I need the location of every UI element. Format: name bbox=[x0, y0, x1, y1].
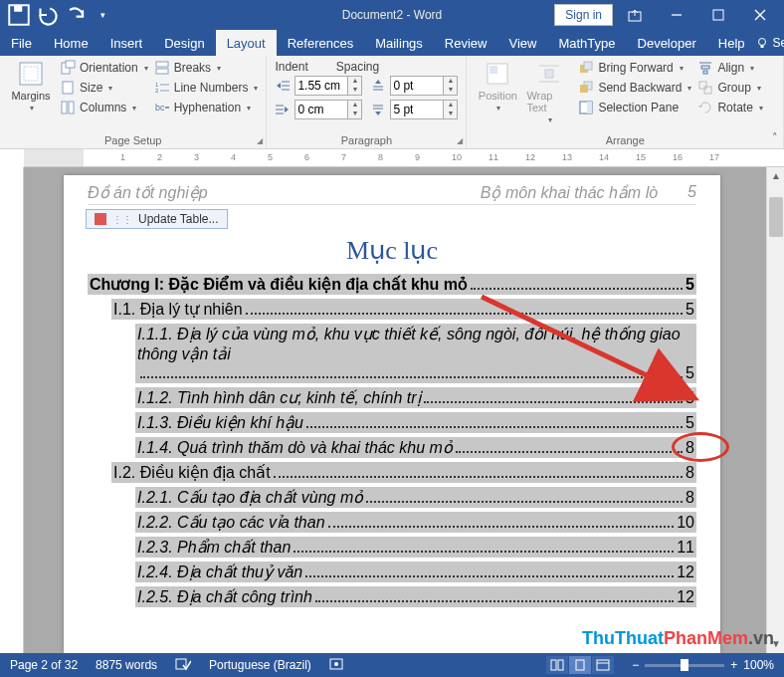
toc-entry-page: 8 bbox=[686, 439, 694, 457]
status-spellcheck-icon[interactable] bbox=[175, 657, 191, 674]
toc-leader bbox=[471, 288, 683, 290]
zoom-slider[interactable] bbox=[645, 664, 724, 667]
tab-layout[interactable]: Layout bbox=[216, 30, 277, 56]
status-bar: Page 2 of 32 8875 words Portuguese (Braz… bbox=[0, 653, 784, 677]
signin-button[interactable]: Sign in bbox=[554, 4, 613, 26]
zoom-in-button[interactable]: + bbox=[730, 658, 737, 672]
tab-help[interactable]: Help bbox=[707, 30, 756, 56]
tab-view[interactable]: View bbox=[497, 30, 547, 56]
svg-rect-47 bbox=[701, 66, 709, 69]
line-numbers-button[interactable]: 12 Line Numbers▾ bbox=[154, 80, 259, 96]
toc-entry[interactable]: I.2.1. Cấu tạo địa chất vùng mỏ8 bbox=[135, 487, 696, 508]
breaks-button[interactable]: Breaks▾ bbox=[154, 60, 259, 76]
rotate-icon bbox=[697, 100, 713, 115]
scroll-up-button[interactable]: ▲ bbox=[767, 167, 784, 185]
tab-mailings[interactable]: Mailings bbox=[364, 30, 434, 56]
size-button[interactable]: Size▾ bbox=[60, 80, 148, 96]
position-button: Position▾ bbox=[475, 60, 520, 113]
toc-entry-page: 8 bbox=[686, 489, 694, 507]
tab-developer[interactable]: Developer bbox=[627, 30, 707, 56]
zoom-control[interactable]: − + 100% bbox=[632, 658, 774, 672]
vertical-scrollbar[interactable]: ▲ ▼ bbox=[766, 167, 784, 653]
undo-icon bbox=[34, 2, 60, 28]
selection-pane-button[interactable]: Selection Pane bbox=[578, 100, 691, 115]
spacing-before-input[interactable]: ▲▼ bbox=[390, 76, 458, 96]
page-setup-launcher[interactable]: ◢ bbox=[257, 136, 263, 145]
margins-button[interactable]: Margins▾ bbox=[8, 60, 54, 113]
ruler-vertical[interactable] bbox=[0, 167, 24, 653]
minimize-button[interactable] bbox=[657, 1, 696, 29]
toc-entry[interactable]: I.1.1. Địa lý của vùng mỏ, khu vực thiết… bbox=[135, 324, 696, 383]
orientation-button[interactable]: Orientation▾ bbox=[60, 60, 148, 76]
toc-entry[interactable]: I.1.2. Tình hình dân cư, kinh tế, chính … bbox=[135, 387, 696, 408]
selection-pane-icon bbox=[578, 100, 594, 115]
tab-review[interactable]: Review bbox=[434, 30, 498, 56]
status-macro-icon[interactable] bbox=[329, 657, 343, 674]
toc-entry-text: I.2.2. Cấu tạo các vỉa than bbox=[137, 513, 325, 532]
toc-entry[interactable]: I.2. Điều kiện địa chất8 bbox=[111, 462, 696, 483]
columns-icon bbox=[60, 100, 76, 115]
toc-entry-page: 5 bbox=[686, 276, 694, 294]
status-page[interactable]: Page 2 of 32 bbox=[10, 658, 78, 672]
line-numbers-icon: 12 bbox=[154, 80, 170, 96]
zoom-level[interactable]: 100% bbox=[743, 658, 774, 672]
zoom-out-button[interactable]: − bbox=[632, 658, 639, 672]
print-layout-button[interactable] bbox=[569, 656, 591, 674]
status-language[interactable]: Portuguese (Brazil) bbox=[209, 658, 311, 672]
hyphenation-button[interactable]: bc Hyphenation▾ bbox=[154, 100, 259, 115]
toc-entry[interactable]: I.1. Địa lý tự nhiên5 bbox=[111, 299, 696, 320]
table-of-contents[interactable]: Chương I: Đặc Điểm và điều kiện địa chất… bbox=[88, 274, 696, 607]
svg-rect-16 bbox=[69, 102, 74, 113]
undo-button[interactable] bbox=[34, 2, 60, 28]
ribbon-display-options[interactable] bbox=[615, 1, 655, 29]
indent-left-input[interactable]: ▲▼ bbox=[294, 76, 362, 96]
read-mode-button[interactable] bbox=[546, 656, 568, 674]
toc-entry[interactable]: I.2.2. Cấu tạo các vỉa than10 bbox=[135, 512, 696, 533]
svg-rect-13 bbox=[66, 61, 75, 68]
indent-left-icon bbox=[275, 78, 291, 94]
svg-rect-14 bbox=[63, 82, 73, 94]
toc-entry[interactable]: I.1.3. Điều kiện khí hậu5 bbox=[135, 412, 696, 433]
page: Đồ án tốt nghiệp Bộ môn khai thác hầm lò… bbox=[64, 175, 720, 653]
ribbon-tabs: File Home Insert Design Layout Reference… bbox=[0, 30, 784, 56]
tab-design[interactable]: Design bbox=[153, 30, 215, 56]
tell-me-search[interactable]: Search bbox=[756, 36, 784, 50]
toc-entry[interactable]: I.2.4. Địa chất thuỷ văn12 bbox=[135, 562, 696, 582]
qat-customize[interactable]: ▾ bbox=[90, 2, 115, 28]
scroll-thumb[interactable] bbox=[769, 197, 783, 237]
update-table-button[interactable]: ⋮⋮ Update Table... bbox=[86, 209, 228, 229]
status-words[interactable]: 8875 words bbox=[96, 658, 157, 672]
toc-leader bbox=[306, 426, 683, 428]
ruler-horizontal[interactable]: 1234567891011121314151617 bbox=[24, 149, 784, 167]
wrap-text-icon bbox=[535, 60, 563, 88]
spacing-after-input[interactable]: ▲▼ bbox=[390, 100, 458, 119]
size-icon bbox=[60, 80, 76, 96]
toc-entry[interactable]: I.1.4. Quá trình thăm dò và khai thác kh… bbox=[135, 437, 696, 458]
page-viewport[interactable]: Đồ án tốt nghiệp Bộ môn khai thác hầm lò… bbox=[24, 167, 766, 653]
group-page-setup: Margins▾ Orientation▾ Size▾ Columns▾ bbox=[0, 56, 267, 148]
columns-button[interactable]: Columns▾ bbox=[60, 100, 148, 115]
toc-entry[interactable]: Chương I: Đặc Điểm và điều kiện địa chất… bbox=[88, 274, 696, 295]
save-button[interactable] bbox=[6, 2, 32, 28]
collapse-ribbon-button[interactable]: ˄ bbox=[772, 131, 778, 144]
indent-right-input[interactable]: ▲▼ bbox=[294, 100, 362, 119]
group-label-arrange: Arrange bbox=[475, 132, 775, 146]
toc-entry[interactable]: I.2.5. Địa chất công trình12 bbox=[135, 586, 696, 607]
tab-references[interactable]: References bbox=[277, 30, 364, 56]
redo-button[interactable] bbox=[62, 2, 88, 28]
toc-entry-page: 5 bbox=[686, 389, 694, 407]
paragraph-launcher[interactable]: ◢ bbox=[457, 136, 463, 145]
toc-entry[interactable]: I.2.3. Phẩm chất than11 bbox=[135, 537, 696, 558]
tab-file[interactable]: File bbox=[0, 30, 43, 56]
breaks-icon bbox=[154, 60, 170, 76]
tab-insert[interactable]: Insert bbox=[99, 30, 154, 56]
web-layout-button[interactable] bbox=[592, 656, 614, 674]
maximize-button[interactable] bbox=[698, 1, 738, 29]
tab-home[interactable]: Home bbox=[43, 30, 99, 56]
toc-entry-text: I.1. Địa lý tự nhiên bbox=[113, 300, 243, 319]
toc-leader bbox=[294, 551, 674, 553]
tab-mathtype[interactable]: MathType bbox=[547, 30, 626, 56]
svg-rect-15 bbox=[62, 102, 67, 113]
close-button[interactable] bbox=[740, 1, 780, 29]
align-button[interactable]: Align▾ bbox=[697, 60, 762, 76]
